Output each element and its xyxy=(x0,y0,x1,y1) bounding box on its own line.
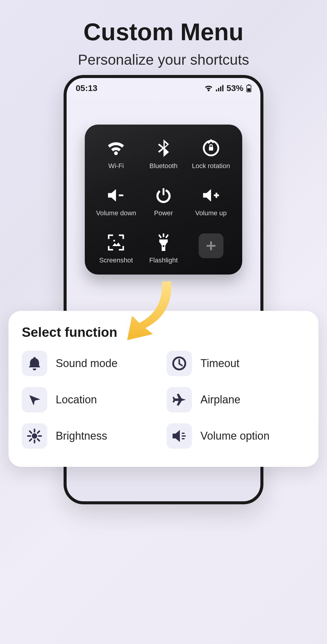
function-airplane[interactable]: Airplane xyxy=(167,387,305,412)
brightness-icon xyxy=(22,423,47,449)
svg-rect-11 xyxy=(163,188,164,195)
svg-rect-13 xyxy=(216,193,217,198)
function-label: Airplane xyxy=(200,393,240,406)
bell-icon xyxy=(22,351,47,376)
shortcut-power[interactable]: Power xyxy=(141,186,186,217)
flashlight-icon xyxy=(154,233,173,252)
shortcut-volume-down[interactable]: Volume down xyxy=(94,186,138,217)
shortcut-label: Volume up xyxy=(195,209,227,217)
svg-rect-3 xyxy=(222,85,223,91)
shortcut-bluetooth[interactable]: Bluetooth xyxy=(141,139,186,170)
shortcut-wifi[interactable]: Wi-Fi xyxy=(94,139,138,170)
shortcut-label: Flashlight xyxy=(149,256,178,264)
location-icon xyxy=(22,387,47,412)
add-tile[interactable] xyxy=(199,233,223,258)
svg-rect-9 xyxy=(119,194,124,196)
svg-point-20 xyxy=(32,433,37,439)
shortcut-lock-rotation[interactable]: Lock rotation xyxy=(189,139,233,170)
svg-line-28 xyxy=(30,439,31,441)
power-icon xyxy=(154,186,173,204)
function-label: Sound mode xyxy=(56,357,117,370)
svg-line-25 xyxy=(30,431,31,433)
svg-rect-1 xyxy=(218,88,219,91)
volume-option-icon xyxy=(167,423,192,449)
shortcut-label: Volume down xyxy=(96,209,136,217)
page-title: Custom Menu xyxy=(0,18,327,46)
shortcut-flashlight[interactable]: Flashlight xyxy=(141,233,186,264)
svg-rect-15 xyxy=(159,239,168,242)
function-timeout[interactable]: Timeout xyxy=(167,351,305,376)
function-volume-option[interactable]: Volume option xyxy=(167,423,305,449)
shortcut-volume-up[interactable]: Volume up xyxy=(189,186,233,217)
battery-percentage: 53% xyxy=(226,83,243,93)
battery-icon xyxy=(246,84,251,92)
svg-rect-8 xyxy=(209,147,213,151)
function-label: Brightness xyxy=(56,430,107,442)
status-bar: 05:13 53% xyxy=(67,78,260,93)
shortcut-label: Power xyxy=(154,209,173,217)
airplane-icon xyxy=(167,387,192,412)
shortcut-panel: Wi-Fi Bluetooth Lock rotation xyxy=(85,125,242,275)
wifi-status-icon xyxy=(205,85,213,92)
svg-line-27 xyxy=(38,431,39,433)
function-location[interactable]: Location xyxy=(22,387,160,412)
function-label: Location xyxy=(56,393,97,406)
svg-rect-0 xyxy=(216,89,217,91)
shortcut-screenshot[interactable]: Screenshot xyxy=(94,233,138,264)
wifi-icon xyxy=(107,139,125,157)
svg-point-16 xyxy=(163,245,164,247)
svg-line-26 xyxy=(38,439,39,441)
shortcut-label: Lock rotation xyxy=(192,162,230,170)
shortcut-label: Wi-Fi xyxy=(108,162,124,170)
shortcut-add[interactable] xyxy=(189,233,233,264)
page-subtitle: Personalize your shortcuts xyxy=(0,51,327,68)
svg-point-14 xyxy=(113,240,115,242)
lock-rotation-icon xyxy=(202,139,220,157)
svg-rect-2 xyxy=(220,86,221,91)
svg-rect-6 xyxy=(247,88,250,91)
shortcut-label: Bluetooth xyxy=(150,162,178,170)
bluetooth-icon xyxy=(154,139,173,157)
function-brightness[interactable]: Brightness xyxy=(22,423,160,449)
function-label: Timeout xyxy=(200,357,239,370)
callout-arrow xyxy=(124,278,185,345)
status-time: 05:13 xyxy=(76,83,97,93)
svg-rect-18 xyxy=(206,245,216,247)
function-label: Volume option xyxy=(200,430,269,442)
function-sound-mode[interactable]: Sound mode xyxy=(22,351,160,376)
screenshot-icon xyxy=(107,233,125,252)
cellular-signal-icon xyxy=(216,85,223,92)
plus-icon xyxy=(205,240,217,252)
volume-down-icon xyxy=(107,186,125,204)
volume-up-icon xyxy=(202,186,220,204)
shortcut-label: Screenshot xyxy=(99,256,133,264)
clock-icon xyxy=(167,351,192,376)
